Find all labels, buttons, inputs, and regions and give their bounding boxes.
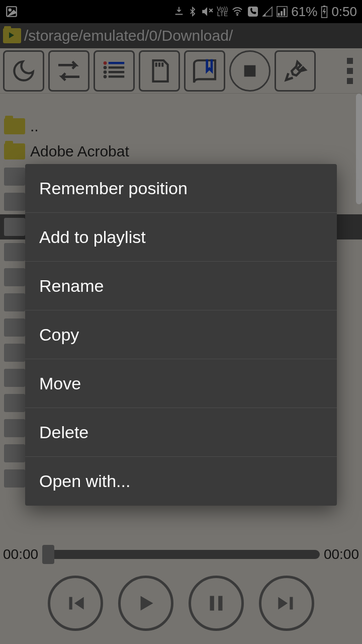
menu-copy[interactable]: Copy (25, 310, 337, 359)
menu-label: Remember position (39, 179, 188, 198)
menu-label: Add to playlist (39, 227, 146, 247)
menu-label: Move (39, 374, 81, 393)
context-menu: Remember position Add to playlist Rename… (25, 164, 337, 506)
menu-move[interactable]: Move (25, 359, 337, 408)
menu-add-to-playlist[interactable]: Add to playlist (25, 213, 337, 262)
menu-label: Copy (39, 325, 79, 345)
menu-open-with[interactable]: Open with... (25, 457, 337, 506)
menu-remember-position[interactable]: Remember position (25, 164, 337, 213)
menu-label: Delete (39, 423, 88, 442)
menu-rename[interactable]: Rename (25, 262, 337, 310)
menu-label: Open with... (39, 471, 130, 491)
menu-label: Rename (39, 276, 104, 296)
menu-delete[interactable]: Delete (25, 408, 337, 457)
